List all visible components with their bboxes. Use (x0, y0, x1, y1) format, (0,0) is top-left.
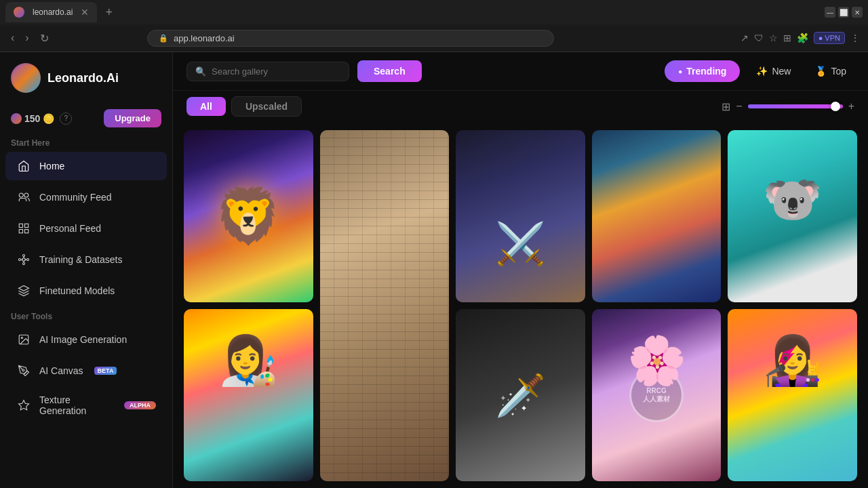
sidebar-item-ai-canvas[interactable]: AI Canvas BETA (5, 357, 167, 385)
item-actions-lion: ⊞ ⤢ (184, 130, 313, 161)
training-datasets-icon (16, 252, 31, 267)
texture-generation-icon (16, 398, 31, 413)
token-info-btn[interactable]: ? (60, 113, 72, 125)
zoom-out-btn[interactable]: − (736, 100, 742, 113)
sidebar-label-home: Home (39, 161, 64, 171)
search-input[interactable] (212, 66, 340, 77)
item-action-remix-anime[interactable]: ⊞ (239, 314, 259, 335)
top-label: Top (831, 66, 846, 77)
sidebar-item-training-datasets[interactable]: Training & Datasets (5, 245, 167, 274)
item-action-remix-pink[interactable]: ⊞ (646, 314, 667, 335)
url-lock-icon: 🔒 (159, 34, 168, 43)
gallery-item-pink-girl[interactable]: ⊞ ⊘ ⤢ RRCG人人素材 (592, 309, 722, 481)
share-btn[interactable]: ↗ (741, 33, 749, 43)
ai-canvas-icon (16, 363, 31, 378)
item-action-remix-koala[interactable]: ⊞ (807, 136, 827, 156)
back-btn[interactable]: ‹ (8, 29, 17, 47)
maximize-btn[interactable]: ⬜ (838, 7, 849, 18)
item-action-slash-koala[interactable]: ⊘ (831, 136, 852, 156)
sidebar-item-community-feed[interactable]: Community Feed (5, 183, 167, 211)
new-button[interactable]: ✨ New (748, 62, 799, 81)
gallery-item-dark-warrior[interactable]: ⊞ ⤢ (456, 309, 585, 481)
gallery-item-warrior[interactable]: ⊞ ⊘ ⤢ (456, 130, 585, 302)
medal-icon: 🏅 (815, 66, 827, 77)
url-text: app.leonardo.ai (174, 33, 235, 43)
forward-btn[interactable]: › (22, 29, 31, 47)
new-tab-btn[interactable]: + (100, 5, 118, 20)
sidebar-item-home[interactable]: Home (5, 152, 167, 180)
tab-upscaled[interactable]: Upscaled (231, 96, 302, 117)
sidebar-label-community-feed: Community Feed (39, 192, 112, 203)
item-actions-colorful-girl: ⊞ (728, 309, 857, 340)
gallery-item-colorful-girl[interactable]: ⊞ (728, 309, 857, 481)
shield-icon[interactable]: 🛡 (754, 33, 764, 43)
extensions-btn[interactable]: 🧩 (797, 33, 808, 43)
item-action-slash-warrior[interactable]: ⊘ (535, 136, 555, 156)
svg-point-0 (24, 193, 28, 197)
item-action-remix-warrior[interactable]: ⊞ (511, 136, 531, 156)
gallery-item-flowers[interactable]: ⊞ ⊘ ⤢ (592, 130, 722, 302)
gallery-item-lion[interactable]: ⊞ ⤢ (184, 130, 313, 302)
item-action-remix-flowers[interactable]: ⊞ (646, 136, 667, 156)
svg-point-9 (23, 263, 25, 265)
address-bar: ‹ › ↻ 🔒 app.leonardo.ai ↗ 🛡 ☆ ⊞ 🧩 ● VPN … (0, 24, 868, 52)
close-win-btn[interactable]: ✕ (852, 7, 863, 18)
top-button[interactable]: 🏅 Top (807, 62, 854, 81)
trending-button[interactable]: ● Trending (665, 60, 740, 82)
minimize-btn[interactable]: — (825, 7, 835, 18)
item-action-slash-hieroglyphs[interactable]: ⊘ (399, 136, 419, 156)
item-action-expand-hieroglyphs[interactable]: ⤢ (423, 136, 443, 156)
grid-controls: ⊞ − + (722, 100, 854, 113)
search-button[interactable]: Search (357, 60, 422, 82)
search-box[interactable]: 🔍 (186, 62, 349, 81)
alpha-badge: ALPHA (124, 401, 156, 409)
tab-favicon (14, 7, 24, 18)
item-action-remix-hieroglyphs[interactable]: ⊞ (374, 136, 395, 156)
item-action-expand-pink[interactable]: ⤢ (695, 314, 715, 335)
item-action-expand-anime[interactable]: ⤢ (288, 314, 308, 335)
bookmark-btn[interactable]: ☆ (769, 33, 778, 43)
slider-track (748, 104, 843, 108)
item-action-remix-colorful[interactable]: ⊞ (831, 314, 852, 335)
item-action-expand-flowers[interactable]: ⤢ (695, 136, 715, 156)
zoom-in-btn[interactable]: + (848, 100, 854, 113)
reload-btn[interactable]: ↻ (37, 29, 52, 47)
item-action-slash-anime[interactable]: ⊘ (263, 314, 283, 335)
browser-actions: — ⬜ ✕ (819, 7, 863, 18)
item-action-expand-warrior[interactable]: ⤢ (559, 136, 580, 156)
item-action-expand-lion[interactable]: ⤢ (288, 136, 308, 156)
new-label: New (772, 66, 791, 77)
item-action-slash-flowers[interactable]: ⊘ (671, 136, 691, 156)
active-tab[interactable]: leonardo.ai ✕ (5, 2, 97, 22)
tab-close-btn[interactable]: ✕ (81, 7, 89, 18)
sidebar-label-ai-image-generation: AI Image Generation (39, 334, 127, 345)
gallery-item-koala[interactable]: ⊞ ⊘ (728, 130, 857, 302)
gallery-item-anime-girl[interactable]: ⊞ ⊘ ⤢ (184, 309, 313, 481)
browser-right-actions: ↗ 🛡 ☆ ⊞ 🧩 ● VPN ⋮ (741, 32, 860, 44)
item-action-remix-dark[interactable]: ⊞ (535, 314, 555, 335)
svg-point-1 (19, 193, 23, 197)
gallery-grid: ⊞ ⤢ ⊞ ⊘ ⤢ (184, 130, 857, 488)
item-action-expand-dark[interactable]: ⤢ (559, 314, 580, 335)
svg-point-16 (21, 337, 22, 338)
gallery-container[interactable]: ⊞ ⤢ ⊞ ⊘ ⤢ (173, 122, 868, 488)
upgrade-btn[interactable]: Upgrade (104, 109, 161, 127)
sidebar: Leonardo.Ai 150 🪙 ? Upgrade Start Here H… (0, 52, 173, 488)
logo-text: Leonardo.Ai (47, 71, 119, 85)
zoom-slider[interactable] (748, 104, 843, 108)
item-action-remix-lion[interactable]: ⊞ (263, 136, 283, 156)
svg-rect-3 (25, 224, 28, 227)
menu-btn[interactable]: ⋮ (850, 33, 860, 43)
svg-rect-5 (25, 230, 28, 233)
tab-all[interactable]: All (186, 97, 226, 116)
url-bar[interactable]: 🔒 app.leonardo.ai (147, 30, 554, 47)
sidebar-item-finetuned-models[interactable]: Finetuned Models (5, 277, 167, 305)
grid-layout-btn[interactable]: ⊞ (722, 100, 730, 113)
sidebar-item-personal-feed[interactable]: Personal Feed (5, 214, 167, 243)
item-action-slash-pink[interactable]: ⊘ (671, 314, 691, 335)
gallery-item-hieroglyphs[interactable]: ⊞ ⊘ ⤢ (320, 130, 450, 481)
sidebar-item-ai-image-generation[interactable]: AI Image Generation (5, 325, 167, 354)
start-here-label: Start Here (0, 133, 172, 150)
sidebar-toggle-btn[interactable]: ⊞ (783, 33, 791, 43)
sidebar-item-texture-generation[interactable]: Texture Generation ALPHA (5, 388, 167, 423)
